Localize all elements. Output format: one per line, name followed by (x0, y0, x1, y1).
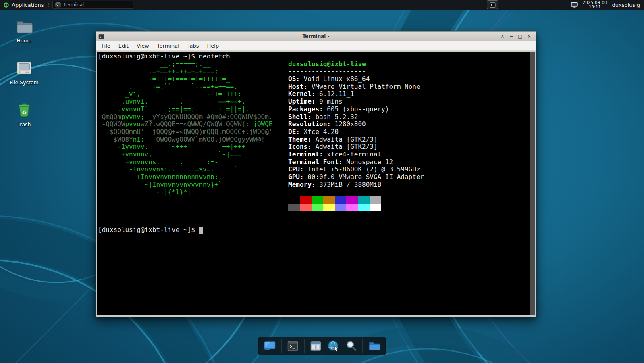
window-controls: ∧ − □ × (498, 33, 534, 40)
maximize-button[interactable]: □ (516, 33, 525, 40)
terminal-command-line: [duxsolusig@ixbt-live ~]$ neofetch (98, 53, 529, 60)
dock-item-app-window[interactable] (309, 339, 323, 353)
file-manager-icon (368, 340, 381, 353)
applications-menu-button[interactable]: Applications (0, 0, 47, 10)
top-panel: Applications Terminal - (0, 0, 644, 10)
app-window-icon (310, 340, 322, 353)
dock-item-app-finder[interactable] (344, 339, 359, 353)
terminal-line (98, 219, 529, 226)
applications-menu-icon (3, 2, 9, 8)
scrollbar-thumb[interactable] (530, 52, 535, 315)
desktop-icon-home[interactable]: Home (7, 17, 41, 44)
terminal-line (98, 211, 529, 219)
display-tray-icon[interactable] (571, 2, 578, 8)
neofetch-field: Resolution: 1280x800 (288, 121, 366, 128)
dock-item-file-manager[interactable] (367, 339, 382, 353)
terminal-line: -Invnvvnsi..___..=sv=. `CPU: Intel i5-86… (98, 166, 529, 173)
terminal-line: _.=+==++=++=+=+===;.-------------------- (98, 68, 529, 75)
panel-username: duxsolusig (612, 2, 640, 8)
dock-separator (281, 339, 282, 353)
terminal-line: -$WQ8YnI: QWQQwgQQWV`mWQQ.jQWQQgyyWW@!Th… (98, 136, 529, 144)
desktop-icon-trash[interactable]: ♻ Trash (7, 101, 41, 127)
window-titlebar[interactable]: Terminal - ∧ − □ × (96, 32, 536, 41)
palette-swatch (335, 204, 347, 211)
terminal-line: -~|{*l}*|~ (98, 188, 529, 196)
taskbar-button-terminal[interactable]: Terminal - (52, 1, 133, 9)
palette-swatch (323, 196, 335, 204)
web-browser-icon (327, 340, 340, 353)
menu-item-tabs[interactable]: Tabs (183, 42, 203, 50)
clock-time: 19:11 (583, 5, 607, 9)
desktop-icon-label: File System (10, 79, 39, 86)
desktop: Applications Terminal - (0, 0, 644, 363)
shade-button[interactable]: ∧ (498, 33, 507, 40)
trash-icon: ♻ (15, 101, 33, 119)
neofetch-field: Theme: Adwaita [GTK2/3] (288, 136, 378, 144)
desktop-icon-filesystem[interactable]: File System (7, 59, 41, 86)
dock-separator (304, 339, 305, 353)
neofetch-field: Terminal: xfce4-terminal (288, 151, 381, 159)
dock (258, 337, 386, 355)
menu-item-help[interactable]: Help (203, 42, 223, 50)
dock-separator (363, 339, 363, 353)
neofetch-field: Host: VMware Virtual Platform None (288, 83, 420, 91)
panel-clock[interactable]: 2025-09-03 19:11 (583, 0, 607, 9)
neofetch-field: CPU: Intel i5-8600K (2) @ 3.599GHz (288, 166, 420, 173)
dock-item-show-desktop[interactable] (263, 339, 277, 353)
terminal-line: .uvnvi. _._ -==+==+.Uptime: 9 mins (98, 98, 529, 106)
desktop-icon-label: Trash (17, 121, 31, 127)
neofetch-field: Shell: bash 5.2.32 (288, 113, 358, 121)
terminal-line: __.;=====;.__duxsolusig@ixbt-live (98, 60, 529, 68)
terminal-prompt-line: [duxsolusig@ixbt-live ~]$ (98, 226, 529, 234)
terminal-line: -QQWQWpvvowZ?.wQQQE==<QWWQ/QWQW.QQWW(: j… (98, 121, 529, 128)
terminal-screen[interactable]: [duxsolusig@ixbt-live ~]$ neofetch __.;=… (97, 52, 535, 315)
palette-swatch (370, 196, 381, 204)
palette-swatch (300, 196, 312, 204)
terminal-icon (55, 2, 61, 8)
palette-swatch (288, 204, 300, 211)
palette-swatch (358, 196, 370, 204)
menu-item-file[interactable]: File (98, 42, 114, 50)
terminal-launcher-icon (287, 340, 299, 353)
palette-swatch (346, 204, 358, 211)
desktop-icon-label: Home (17, 38, 32, 44)
terminal-tray-icon[interactable] (487, 0, 498, 9)
dock-item-web-browser[interactable] (326, 339, 341, 353)
terminal-output: [duxsolusig@ixbt-live ~]$ neofetch __.;=… (98, 53, 529, 315)
palette-swatch (288, 196, 300, 204)
palette-swatch (300, 204, 312, 211)
neofetch-field: Packages: 605 (xbps-query) (288, 106, 389, 113)
window-title: Terminal - (96, 33, 536, 39)
terminal-window: Terminal - ∧ − □ × File Edit View Termin… (96, 31, 536, 317)
dock-item-terminal[interactable] (286, 339, 300, 353)
svg-text:♻: ♻ (22, 109, 27, 115)
neofetch-field: DE: Xfce 4.20 (288, 128, 339, 136)
terminal-line: -$QQQQmmU' jQQQ@+=<QWQQ)mQQQ.mQQQC+;jWQQ… (98, 128, 529, 136)
minimize-button[interactable]: − (507, 33, 516, 40)
palette-swatch (323, 204, 335, 211)
app-finder-icon (345, 340, 358, 353)
terminal-palette-row (98, 196, 529, 204)
terminal-line: -=+++=+===+=+=+++++=_OS: Void Linux x86_… (98, 75, 529, 83)
close-button[interactable]: × (525, 33, 534, 40)
terminal-line: +vnvnvns. . :=-Terminal Font: Monospace … (98, 159, 529, 166)
filesystem-drive-icon (15, 59, 33, 77)
palette-swatch (346, 196, 358, 204)
show-desktop-icon (264, 340, 276, 353)
neofetch-field: Memory: 373MiB / 3880MiB (288, 181, 381, 189)
terminal-scrollbar[interactable] (530, 52, 535, 315)
menu-item-edit[interactable]: Edit (114, 42, 133, 50)
terminal-line: +vnvnnv, `-|===Terminal: xfce4-terminal (98, 151, 529, 159)
terminal-cursor (199, 227, 203, 234)
terminal-line: -1vvnvv. `~+++` ++|+++Icons: Adwaita [GT… (98, 143, 529, 151)
neofetch-field: Icons: Adwaita [GTK2/3] (288, 143, 378, 151)
menu-item-view[interactable]: View (133, 42, 153, 50)
terminal-line: . -=:`` `--==+=++==.Host: VMware Virtual… (98, 83, 529, 91)
neofetch-separator: -------------------- (288, 68, 366, 75)
menu-bar: File Edit View Terminal Tabs Help (96, 41, 536, 51)
terminal-line: +Invnvnvnnnnnnnnvvnn;.GPU: 00:0f.0 VMwar… (98, 173, 529, 181)
menu-item-terminal[interactable]: Terminal (153, 42, 183, 50)
neofetch-field: Kernel: 6.12.11_1 (288, 90, 354, 98)
home-folder-icon (15, 17, 33, 35)
neofetch-title: duxsolusig@ixbt-live (288, 60, 366, 68)
